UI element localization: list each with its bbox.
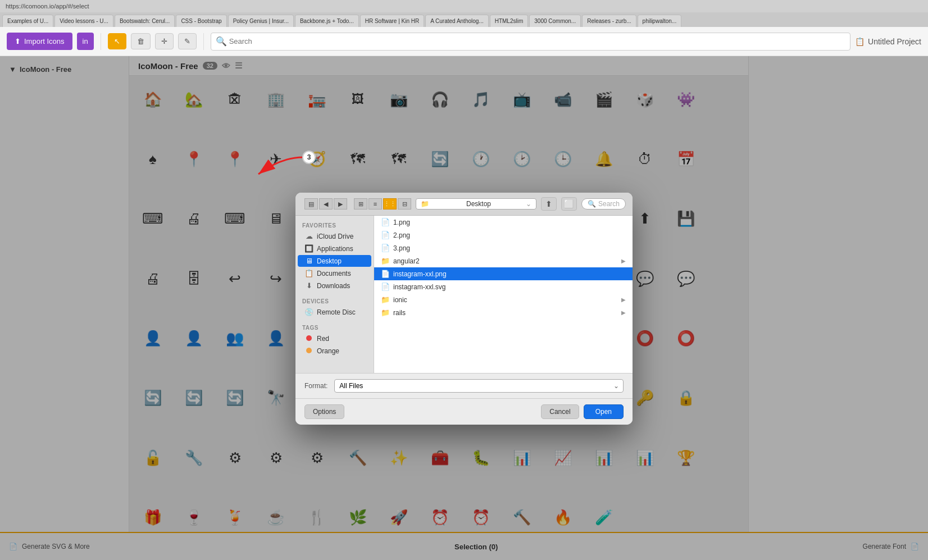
file-icon-instagram-svg: 📄 (381, 283, 390, 291)
view-nav-back[interactable]: ◀ (319, 198, 333, 210)
file-dialog-format: Format: All Files SVG Files PNG Files (295, 373, 633, 398)
file-item-3png[interactable]: 📄 3.png (374, 242, 633, 254)
red-tag-icon (304, 334, 313, 343)
dialog-sidebar-desktop[interactable]: 🖥 Desktop (298, 255, 371, 267)
desktop-icon: 🖥 (304, 257, 313, 265)
project-icon: 📋 (855, 37, 865, 46)
url-bar: https://icomoon.io/app/#/select (0, 0, 928, 12)
file-dialog-toolbar: ▤ ◀ ▶ ⊞ ≡ ⋮⋮ ⊟ 📁 Desktop ⌄ ⬆ ⬜ (295, 193, 633, 216)
downloads-icon: ⬇ (304, 281, 313, 290)
file-item-ionic[interactable]: 📁 ionic ▶ (374, 293, 633, 306)
dialog-sidebar-remote-disc[interactable]: 💿 Remote Disc (298, 306, 371, 318)
desktop-label: Desktop (317, 257, 342, 265)
delete-button[interactable]: 🗑 (131, 33, 151, 49)
tab-0[interactable]: Examples of U... (2, 15, 53, 27)
file-item-instagram-png[interactable]: 📄 instagram-xxl.png (374, 267, 633, 280)
tab-1[interactable]: Video lessons - U... (54, 15, 113, 27)
remote-disc-icon: 💿 (304, 308, 313, 316)
tab-8[interactable]: HTML2slim (490, 15, 529, 27)
file-name-instagram-png: instagram-xxl.png (393, 270, 447, 278)
file-name-ionic: ionic (393, 296, 407, 304)
in-icon-button[interactable]: in (77, 33, 94, 50)
view-buttons: ▤ ◀ ▶ (304, 198, 347, 210)
divider-2 (203, 33, 204, 50)
view-list-button[interactable]: ≡ (369, 198, 382, 210)
view-cover-button[interactable]: ⊟ (398, 198, 411, 210)
tab-9[interactable]: 3000 Common... (529, 15, 581, 27)
file-list-panel: 📄 1.png 📄 2.png 📄 3.png 📁 angular2 (374, 216, 633, 373)
file-name-3png: 3.png (393, 244, 410, 252)
tags-label: Tags (295, 322, 374, 332)
icloud-label: iCloud Drive (317, 233, 353, 240)
format-select[interactable]: All Files SVG Files PNG Files (334, 379, 624, 393)
tab-11[interactable]: philipwalton... (638, 15, 682, 27)
dialog-sidebar-downloads[interactable]: ⬇ Downloads (298, 280, 371, 292)
main-toolbar: ⬆ Import Icons in ↖ 🗑 ✛ ✎ 🔍 📋 Untitled P… (0, 27, 928, 56)
dialog-sidebar-icloud[interactable]: ☁ iCloud Drive (298, 230, 371, 242)
tab-10[interactable]: Releases - zurb... (582, 15, 636, 27)
file-name-2png: 2.png (393, 231, 410, 239)
tab-7[interactable]: A Curated Antholog... (425, 15, 489, 27)
file-item-rails[interactable]: 📁 rails ▶ (374, 306, 633, 319)
folder-arrow-rails: ▶ (621, 309, 626, 316)
view-grid-button[interactable]: ⊞ (354, 198, 367, 210)
location-bar: 📁 Desktop ⌄ (416, 198, 536, 210)
tab-bar: Examples of U... Video lessons - U... Bo… (0, 12, 928, 27)
red-tag-label: Red (317, 335, 329, 343)
search-icon-main: 🔍 (216, 36, 227, 47)
search-input-main[interactable] (229, 37, 845, 45)
tab-4[interactable]: Policy Genius | Insur... (228, 15, 294, 27)
search-icon: 🔍 (588, 200, 596, 208)
new-folder-button[interactable]: ⬜ (561, 197, 577, 211)
file-name-angular2: angular2 (393, 257, 420, 265)
dialog-sidebar-tag-red[interactable]: Red (298, 333, 371, 344)
file-name-instagram-svg: instagram-xxl.svg (393, 283, 445, 291)
file-name-rails: rails (393, 309, 406, 317)
file-item-1png[interactable]: 📄 1.png (374, 216, 633, 229)
view-nav-forward[interactable]: ▶ (334, 198, 347, 210)
remote-disc-label: Remote Disc (317, 308, 356, 316)
search-placeholder: Search (598, 200, 620, 208)
share-button[interactable]: ⬆ (541, 197, 557, 211)
cursor-button[interactable]: ↖ (108, 33, 126, 49)
tab-2[interactable]: Bootswatch: Cerul... (115, 15, 175, 27)
view-column-button[interactable]: ⋮⋮ (383, 198, 397, 210)
tab-5[interactable]: Backbone.js + Todo... (295, 15, 359, 27)
folder-arrow-angular2: ▶ (621, 258, 626, 264)
file-item-instagram-svg[interactable]: 📄 instagram-xxl.svg (374, 280, 633, 293)
favorites-label: Favorites (295, 220, 374, 230)
icloud-icon: ☁ (304, 232, 313, 240)
devices-label: Devices (295, 296, 374, 306)
search-box[interactable]: 🔍 Search (581, 198, 626, 210)
downloads-label: Downloads (317, 282, 350, 290)
folder-icon-angular2: 📁 (381, 257, 390, 265)
file-dialog: ▤ ◀ ▶ ⊞ ≡ ⋮⋮ ⊟ 📁 Desktop ⌄ ⬆ ⬜ (295, 193, 633, 425)
file-item-angular2[interactable]: 📁 angular2 ▶ (374, 254, 633, 267)
footer-right-buttons: Cancel Open (541, 404, 624, 419)
tab-3[interactable]: CSS - Bootstrap (176, 15, 226, 27)
file-dialog-footer: Options Cancel Open (295, 398, 633, 425)
search-bar-main[interactable]: 🔍 (211, 33, 850, 51)
divider-1 (101, 33, 101, 50)
move-button[interactable]: ✛ (155, 33, 174, 49)
view-mode-buttons: ⊞ ≡ ⋮⋮ ⊟ (354, 198, 411, 210)
view-columns-button[interactable]: ▤ (304, 198, 318, 210)
project-title-text: Untitled Project (868, 37, 921, 46)
import-icon: ⬆ (15, 37, 21, 45)
dialog-sidebar-tag-orange[interactable]: Orange (298, 345, 371, 357)
import-label: Import Icons (24, 37, 65, 45)
edit-button[interactable]: ✎ (178, 33, 197, 49)
format-label: Format: (304, 382, 327, 390)
format-select-wrapper[interactable]: All Files SVG Files PNG Files (334, 379, 624, 393)
options-button[interactable]: Options (304, 404, 344, 419)
modal-overlay: ▤ ◀ ▶ ⊞ ≡ ⋮⋮ ⊟ 📁 Desktop ⌄ ⬆ ⬜ (0, 56, 928, 560)
orange-tag-icon (304, 347, 313, 355)
file-item-2png[interactable]: 📄 2.png (374, 229, 633, 242)
tab-6[interactable]: HR Software | Kin HR (360, 15, 425, 27)
dialog-sidebar-documents[interactable]: 📋 Documents (298, 267, 371, 279)
dialog-sidebar-applications[interactable]: 🔲 Applications (298, 243, 371, 254)
import-icons-button[interactable]: ⬆ Import Icons (7, 33, 72, 50)
folder-arrow-ionic: ▶ (621, 297, 626, 303)
cancel-button[interactable]: Cancel (541, 404, 579, 419)
open-button[interactable]: Open (584, 404, 624, 419)
